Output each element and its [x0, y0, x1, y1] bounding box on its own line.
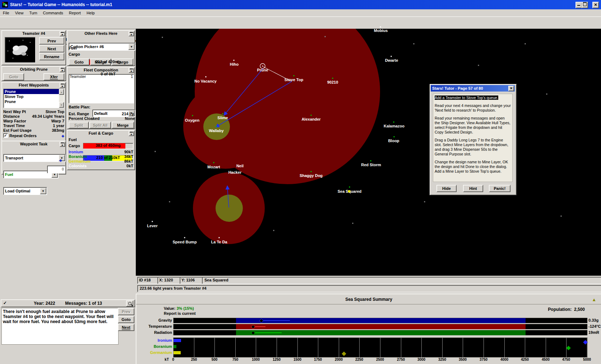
tutor-highlight: Add a Teamster to Stove Top's queue.	[435, 95, 498, 100]
other-fleet-select[interactable]: Cotton Picker+ #6	[69, 43, 135, 51]
status-distance-cell: 223.66 light years from Teamster #4	[137, 285, 601, 292]
message-check-icon[interactable]	[3, 300, 7, 305]
waypoint-diamond-icon[interactable]	[61, 134, 64, 138]
scroll-down-icon[interactable]: ▼	[59, 102, 64, 108]
merge-button[interactable]: Merge	[112, 122, 134, 129]
menu-item[interactable]: Turn	[26, 10, 40, 16]
waypoints-scrollbar[interactable]: ▲ ▼	[59, 89, 64, 108]
collapse-icon[interactable]	[129, 31, 134, 36]
star-dot	[222, 113, 223, 115]
collapse-icon[interactable]	[60, 67, 65, 72]
prev-message-button[interactable]: Prev	[118, 308, 134, 315]
waypoint-item[interactable]: Stove Top	[4, 94, 59, 99]
star-dot	[391, 56, 392, 57]
star-label[interactable]: Red Storm	[361, 163, 381, 167]
gravity-label: Gravity	[136, 318, 172, 323]
axis-tick-label: 500	[204, 358, 225, 361]
est-range-row: Est. Range214 l.y.	[68, 112, 135, 116]
xfer-button[interactable]: Xfer	[43, 73, 64, 80]
dropdown-arrow-icon[interactable]	[128, 43, 135, 50]
star-label[interactable]: 90210	[327, 80, 338, 84]
other-fleets-panel: Other Fleets Here Cotton Picker+ #6 Fuel…	[67, 30, 135, 66]
star-label[interactable]: Mobius	[374, 28, 388, 33]
tutor-title-bar[interactable]: Stars! Tutor - Page 57 of 80 ✕	[431, 85, 515, 92]
star-label[interactable]: Dwarte	[385, 58, 398, 62]
star-label[interactable]: Stove Top	[285, 78, 303, 82]
dropdown-arrow-icon[interactable]	[40, 188, 46, 194]
waypoints-list[interactable]: PruneStove TopPrune ▲ ▼	[3, 89, 64, 108]
repeat-orders-checkbox[interactable]	[3, 133, 8, 138]
star-label[interactable]: Shaggy Dog	[300, 173, 323, 178]
star-label[interactable]: Wallaby	[209, 129, 223, 133]
goto-message-button[interactable]: Goto	[118, 316, 134, 323]
star-label[interactable]: Slime	[217, 116, 228, 120]
tutor-dialog: Stars! Tutor - Page 57 of 80 ✕ Add a Tea…	[430, 84, 517, 195]
waypoint-item[interactable]: Prune	[4, 89, 59, 94]
next-message-button[interactable]: Next	[118, 324, 134, 331]
collapse-icon[interactable]	[129, 131, 134, 136]
tutor-hide-button[interactable]: Hide	[436, 185, 457, 192]
star-label[interactable]: Hiho	[230, 62, 239, 66]
menu-item[interactable]: File	[0, 10, 12, 16]
scroll-up-icon[interactable]: ▲	[59, 89, 64, 95]
next-fleet-button[interactable]: Next	[39, 45, 64, 52]
task-diamond-icon[interactable]	[59, 158, 62, 162]
star-label[interactable]: La Te Da	[211, 240, 227, 244]
waypoint-item[interactable]: Prune	[4, 99, 59, 104]
radiation-value: 19mR	[588, 330, 599, 335]
star-map[interactable]	[136, 29, 601, 276]
menu-item[interactable]: Report	[66, 10, 84, 16]
goto-button[interactable]: Goto	[3, 73, 24, 80]
star-label[interactable]: Kalamazoo	[384, 124, 404, 128]
fuel-gauge: 383 of 450mg	[83, 143, 133, 149]
star-label[interactable]: Oxygen	[185, 118, 199, 122]
collapse-icon[interactable]	[60, 142, 65, 147]
fleet-panel-header[interactable]: Teamster #4	[2, 31, 66, 36]
star-label[interactable]: Bloop	[388, 139, 399, 143]
tutor-hint-button[interactable]: Hint	[463, 185, 483, 192]
message-zoom-button[interactable]	[126, 300, 133, 307]
minimize-button[interactable]	[575, 2, 582, 8]
rename-fleet-button[interactable]: Rename	[39, 53, 64, 60]
summary-expand-icon[interactable]: ▲	[592, 297, 596, 302]
star-dot	[184, 237, 185, 238]
ironium-concentration-marker	[583, 340, 588, 345]
axis-tick-label: 2000	[329, 358, 349, 361]
star-dot	[546, 94, 547, 95]
tutor-close-button[interactable]: ✕	[508, 86, 514, 91]
menu-item[interactable]: View	[12, 10, 27, 16]
load-mode-select[interactable]: Load Optimal	[3, 187, 47, 195]
prev-fleet-button[interactable]: Prev	[39, 37, 64, 45]
summary-panel: Sea Squared Summary ▲ Value: 3% (15%) Re…	[136, 294, 601, 364]
close-button[interactable]: ✕	[592, 2, 599, 8]
other-goto-button[interactable]: Goto	[69, 59, 89, 65]
split-button[interactable]: Split	[69, 122, 89, 129]
star-label[interactable]: Alexander	[301, 117, 320, 121]
ironium-surface-bar	[174, 339, 181, 342]
title-bar[interactable]: Stars! -- Tutorial Game -- Humanoids -- …	[0, 0, 601, 9]
star-label[interactable]: Speed Bump	[172, 240, 197, 244]
task-select[interactable]: Transport	[3, 154, 66, 162]
menu-item[interactable]: Help	[84, 10, 98, 16]
collapse-icon[interactable]	[60, 31, 65, 36]
map-status-bar: ID #18 X: 1320 Y: 1106 Sea Squared 223.6…	[136, 276, 601, 294]
maximize-button[interactable]	[582, 2, 588, 8]
status-y-cell: Y: 1106	[180, 277, 203, 284]
menu-item[interactable]: Commands	[40, 10, 66, 16]
star-label[interactable]: Hacker	[228, 170, 242, 174]
planet-value-circle	[216, 195, 243, 222]
star-label[interactable]: Mozart	[207, 165, 220, 169]
waypoint-info-row: Warp FactorWarp 7	[3, 119, 65, 123]
star-label[interactable]: Prune	[257, 68, 268, 72]
star-label[interactable]: Neil	[236, 164, 244, 168]
composition-list[interactable]: Teamster1	[69, 74, 134, 103]
collapse-icon[interactable]	[60, 83, 65, 88]
star-label[interactable]: No Vacancy	[194, 79, 217, 83]
collapse-icon[interactable]	[129, 68, 134, 73]
boranium-surface-bar	[174, 345, 176, 348]
amount-field[interactable]: 0	[47, 165, 65, 173]
split-all-button[interactable]: Split All	[89, 122, 111, 129]
tutor-panic-button[interactable]: Panic!	[489, 185, 510, 192]
star-label[interactable]: Lever	[147, 224, 157, 228]
star-dot	[394, 136, 395, 137]
